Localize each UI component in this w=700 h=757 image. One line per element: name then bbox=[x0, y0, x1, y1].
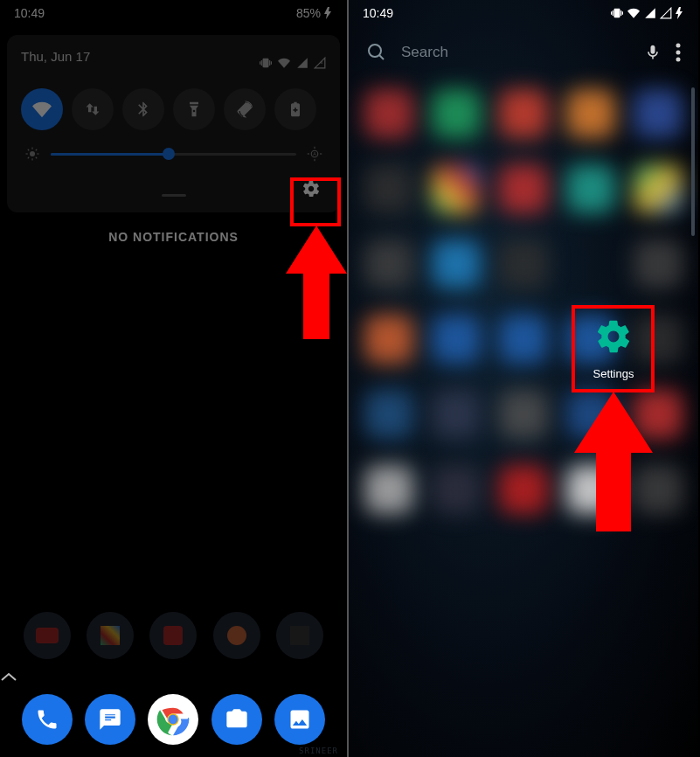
camera-app[interactable] bbox=[211, 694, 262, 745]
settings-app[interactable]: Settings bbox=[579, 311, 648, 380]
app-item[interactable] bbox=[364, 315, 413, 364]
more-button[interactable] bbox=[676, 43, 681, 62]
camera-icon bbox=[225, 707, 249, 732]
app-item[interactable] bbox=[364, 240, 413, 288]
app-item[interactable] bbox=[364, 164, 413, 213]
svg-line-20 bbox=[379, 55, 384, 59]
app-item[interactable] bbox=[499, 164, 548, 213]
app-item[interactable] bbox=[566, 164, 615, 213]
recent-app-2[interactable] bbox=[87, 612, 134, 659]
app-item[interactable] bbox=[432, 315, 481, 364]
status-bar: 10:49 bbox=[349, 0, 698, 26]
search-icon[interactable] bbox=[366, 42, 387, 63]
search-input[interactable]: Search bbox=[401, 44, 630, 61]
gear-icon bbox=[594, 317, 633, 356]
signal-icon-x bbox=[660, 7, 672, 19]
app-item[interactable] bbox=[566, 89, 615, 138]
mic-button[interactable] bbox=[644, 43, 662, 62]
picture-icon bbox=[288, 707, 312, 732]
app-item[interactable] bbox=[566, 240, 615, 288]
messages-app[interactable] bbox=[85, 694, 135, 745]
app-item[interactable] bbox=[432, 465, 481, 514]
signal-icon bbox=[644, 7, 656, 19]
recent-app-4[interactable] bbox=[213, 612, 260, 659]
app-item[interactable] bbox=[634, 164, 683, 213]
app-item[interactable] bbox=[432, 164, 481, 213]
app-item[interactable] bbox=[364, 465, 413, 514]
screen-notification-shade: 10:49 85% Thu, Jun 17 x bbox=[0, 0, 349, 757]
app-item[interactable] bbox=[499, 240, 548, 288]
app-item[interactable] bbox=[499, 390, 548, 439]
screen-app-drawer: 10:49 Search bbox=[349, 0, 698, 757]
mic-icon bbox=[644, 43, 662, 62]
phone-app[interactable] bbox=[22, 694, 73, 745]
bolt-icon bbox=[676, 7, 684, 19]
status-time: 10:49 bbox=[363, 6, 393, 20]
gallery-app[interactable] bbox=[274, 694, 325, 745]
app-item[interactable] bbox=[364, 89, 413, 138]
app-item[interactable] bbox=[364, 390, 413, 439]
app-item[interactable] bbox=[432, 390, 481, 439]
app-item[interactable] bbox=[432, 240, 481, 288]
app-item[interactable] bbox=[499, 465, 548, 514]
recent-app-5[interactable] bbox=[276, 612, 323, 659]
vibrate-icon bbox=[611, 7, 623, 19]
chrome-icon bbox=[156, 702, 191, 737]
highlight-arrow bbox=[286, 226, 347, 339]
scrollbar[interactable] bbox=[691, 87, 695, 236]
svg-point-19 bbox=[369, 45, 381, 57]
app-drawer-handle[interactable] bbox=[0, 671, 347, 682]
app-item[interactable] bbox=[499, 89, 548, 138]
settings-label: Settings bbox=[579, 367, 648, 380]
app-item[interactable] bbox=[499, 315, 548, 364]
recent-app-3[interactable] bbox=[149, 612, 197, 659]
more-vert-icon bbox=[676, 43, 681, 62]
app-item[interactable] bbox=[634, 240, 683, 288]
app-item[interactable] bbox=[432, 89, 481, 138]
phone-icon bbox=[35, 707, 59, 732]
highlight-arrow bbox=[574, 392, 653, 531]
svg-point-21 bbox=[676, 44, 681, 48]
recent-apps-row bbox=[0, 612, 347, 659]
svg-point-22 bbox=[676, 51, 681, 55]
chevron-up-icon bbox=[0, 671, 17, 682]
app-item[interactable] bbox=[634, 89, 683, 138]
chrome-app[interactable] bbox=[148, 694, 198, 745]
svg-point-23 bbox=[676, 58, 681, 62]
wifi-icon bbox=[627, 7, 641, 19]
chat-icon bbox=[98, 707, 122, 732]
recent-app-1[interactable] bbox=[24, 612, 71, 659]
